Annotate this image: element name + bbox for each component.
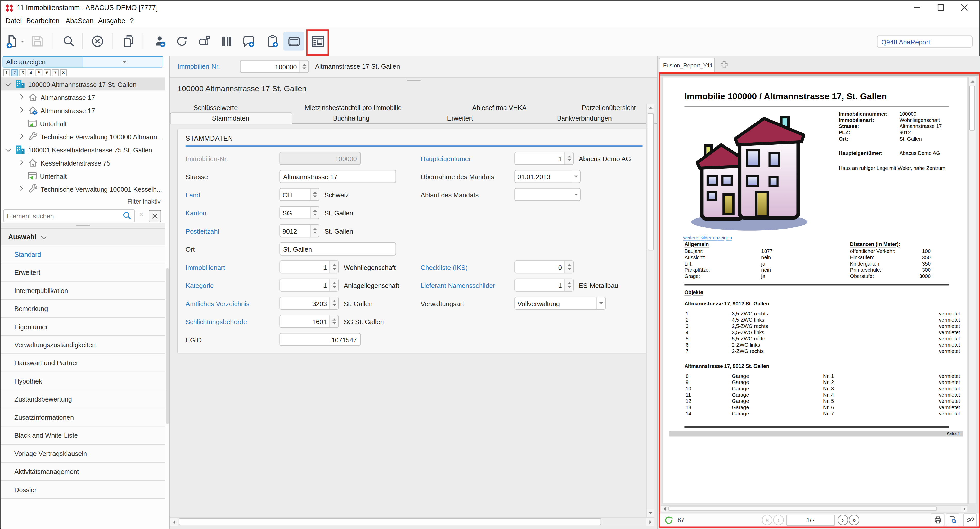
field-label-link[interactable]: Kanton: [186, 209, 280, 216]
add-contact-button[interactable]: [151, 32, 169, 51]
spinner-buttons[interactable]: [565, 153, 573, 164]
pager-7[interactable]: 7: [52, 69, 59, 76]
pager-1[interactable]: 1: [3, 69, 10, 76]
field-label-link[interactable]: Immobilienart: [186, 263, 280, 271]
spinner-buttons[interactable]: [329, 261, 338, 273]
amtliches-verzeichnis-field[interactable]: [280, 297, 329, 309]
menu-datei[interactable]: Datei: [6, 17, 22, 24]
chevron-collapsed-icon[interactable]: [18, 108, 24, 113]
kategorie-field[interactable]: [280, 279, 329, 291]
land-field[interactable]: [280, 189, 310, 200]
view-item-black-white-liste[interactable]: Black and White-Liste: [0, 427, 165, 445]
scroll-up-icon[interactable]: [969, 77, 976, 85]
menu-ausgabe[interactable]: Ausgabe: [98, 17, 126, 24]
mailbox-button[interactable]: [196, 32, 215, 51]
tab-stammdaten[interactable]: Stammdaten: [212, 114, 250, 122]
view-item-hauswart[interactable]: Hauswart und Partner: [0, 354, 165, 372]
next-page-button[interactable]: ›: [838, 515, 848, 525]
scroll-right-icon[interactable]: [646, 518, 654, 526]
chevron-expanded-icon[interactable]: [6, 147, 11, 153]
tree-item-house[interactable]: Altmannstrasse 17: [0, 91, 165, 103]
sidebar-scrollbar[interactable]: [166, 268, 169, 424]
preview-panel-button[interactable]: [283, 32, 304, 51]
scrollbar-thumb[interactable]: [179, 518, 601, 526]
scroll-right-icon[interactable]: [961, 506, 967, 512]
page-position-input[interactable]: [786, 515, 835, 526]
tab-bankverbindungen[interactable]: Bankverbindungen: [557, 114, 612, 122]
view-item-vorlage-vertragsklauseln[interactable]: Vorlage Vertragsklauseln: [0, 445, 165, 463]
view-item-aktivitaetsmanagement[interactable]: Aktivitätsmanagement: [0, 463, 165, 481]
tab-parzellenuebersicht[interactable]: Parzellenübersicht: [582, 103, 636, 111]
pager-4[interactable]: 4: [27, 69, 35, 76]
view-item-erweitert[interactable]: Erweitert: [0, 264, 165, 281]
haupteigentuemer-field[interactable]: [515, 153, 565, 164]
tab-erweitert[interactable]: Erweitert: [447, 114, 473, 122]
checkliste-field[interactable]: [515, 261, 565, 273]
search-icon[interactable]: [123, 211, 132, 220]
immobilienart-field[interactable]: [280, 261, 329, 273]
view-item-eigentuemer[interactable]: Eigentümer: [0, 318, 165, 336]
plz-field[interactable]: [280, 225, 310, 237]
scrollbar-thumb[interactable]: [668, 507, 937, 511]
tab-ablesefirma-vhka[interactable]: Ablesefirma VHKA: [472, 103, 527, 111]
pager-5[interactable]: 5: [36, 69, 43, 76]
last-page-button[interactable]: »: [849, 515, 859, 525]
scroll-left-icon[interactable]: [170, 518, 178, 526]
spinner-buttons[interactable]: [310, 225, 319, 237]
splitter-handle[interactable]: [407, 80, 420, 81]
view-item-zusatzinformationen[interactable]: Zusatzinformationen: [0, 408, 165, 426]
chevron-collapsed-icon[interactable]: [18, 160, 24, 165]
verwaltungsart-field[interactable]: [515, 297, 597, 309]
strasse-field[interactable]: [279, 170, 396, 183]
copy-button[interactable]: [119, 32, 138, 51]
tree-item-house[interactable]: Kesselhaldenstrasse 75: [0, 156, 165, 169]
kanton-field[interactable]: [280, 207, 310, 219]
view-item-verwaltungszustaendigkeiten[interactable]: Verwaltungszuständigkeiten: [0, 336, 165, 354]
field-label-link[interactable]: Schlichtungsbehörde: [186, 318, 280, 325]
tree-item-property-100001[interactable]: 100001 Kesselhaldenstrasse 75 St. Gallen: [0, 143, 165, 156]
lieferant-field[interactable]: [515, 279, 565, 291]
tree-item-tech-verwaltung-100000[interactable]: Technische Verwaltung 100000 Altmann...: [0, 130, 165, 143]
auswahl-header[interactable]: Auswahl: [0, 228, 165, 245]
new-record-button[interactable]: [3, 32, 25, 51]
auto-refresh-icon[interactable]: [664, 515, 674, 526]
ablauf-mandat-field[interactable]: [515, 189, 572, 200]
detail-vertical-scrollbar[interactable]: [646, 103, 654, 517]
pager-6[interactable]: 6: [44, 69, 51, 76]
barcode-button[interactable]: [218, 32, 236, 51]
search-input[interactable]: [4, 212, 123, 219]
field-label-link[interactable]: Kategorie: [186, 281, 280, 289]
field-label-link[interactable]: Postleitzahl: [186, 227, 280, 234]
spinner-buttons[interactable]: [565, 279, 573, 291]
dropdown-chevron-icon[interactable]: [597, 297, 605, 309]
print-button[interactable]: [931, 513, 944, 526]
menu-bearbeiten[interactable]: Bearbeiten: [26, 17, 59, 24]
close-button[interactable]: [956, 2, 973, 13]
refresh-button[interactable]: [173, 32, 191, 51]
spinner-buttons[interactable]: [299, 61, 308, 73]
link-button[interactable]: [963, 513, 977, 526]
field-label-link[interactable]: Haupteigentümer: [421, 154, 515, 162]
scroll-up-icon[interactable]: [647, 103, 654, 112]
field-label-link[interactable]: Land: [186, 191, 280, 198]
cancel-button[interactable]: [88, 32, 107, 51]
tab-mietzinsbestandteil[interactable]: Mietzinsbestandteil pro Immobilie: [305, 103, 402, 111]
scrollbar-thumb[interactable]: [648, 113, 654, 251]
tab-buchhaltung[interactable]: Buchhaltung: [333, 114, 369, 122]
dropdown-chevron-icon[interactable]: [572, 189, 580, 200]
report-vertical-scrollbar[interactable]: [968, 77, 977, 504]
pager-8[interactable]: 8: [60, 69, 67, 76]
field-label-link[interactable]: Lieferant Namensschilder: [421, 281, 515, 289]
panel-splitter[interactable]: [0, 223, 165, 228]
scroll-down-icon[interactable]: [647, 509, 654, 517]
print-preview-button[interactable]: [945, 513, 959, 526]
maximize-button[interactable]: [932, 2, 950, 13]
chevron-expanded-icon[interactable]: [6, 81, 11, 87]
close-search-button[interactable]: [149, 210, 161, 222]
schlichtungsbehoerde-field[interactable]: [280, 315, 329, 327]
pager-3[interactable]: 3: [19, 69, 26, 76]
report-horizontal-scrollbar[interactable]: [660, 505, 968, 512]
view-item-dossier[interactable]: Dossier: [0, 481, 165, 499]
field-label-link[interactable]: Checkliste (IKS): [421, 263, 515, 271]
view-item-hypothek[interactable]: Hypothek: [0, 372, 165, 390]
